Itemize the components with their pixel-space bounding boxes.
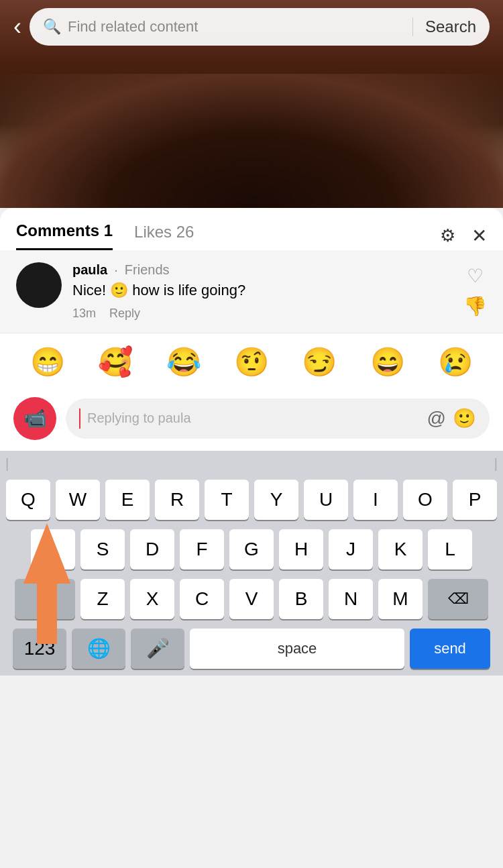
comment-item: paula · Friends Nice! 🙂 how is life goin…: [0, 250, 503, 333]
comments-panel: Comments 1 Likes 26 ⚙ ✕ paula · Friends …: [0, 208, 503, 451]
space-key[interactable]: space: [190, 629, 404, 669]
comment-actions: ♡ 👎: [463, 262, 487, 317]
key-z[interactable]: Z: [80, 579, 125, 619]
key-p[interactable]: P: [453, 480, 497, 520]
emoji-hmm[interactable]: 🤨: [234, 345, 269, 378]
camera-button[interactable]: 📹: [13, 397, 56, 440]
key-x[interactable]: X: [130, 579, 174, 619]
search-button[interactable]: Search: [425, 17, 476, 36]
key-y[interactable]: Y: [254, 480, 298, 520]
delete-icon: ⌫: [448, 590, 469, 608]
text-cursor: [79, 409, 80, 429]
keyboard-row-1: Q W E R T Y U I O P: [3, 480, 500, 520]
back-button[interactable]: ‹: [13, 15, 21, 39]
key-d[interactable]: D: [130, 529, 174, 569]
delete-key[interactable]: ⌫: [428, 579, 488, 619]
mic-key[interactable]: 🎤: [131, 629, 184, 669]
heart-icon[interactable]: ♡: [467, 265, 484, 287]
key-u[interactable]: U: [304, 480, 348, 520]
filter-icon[interactable]: ⚙: [440, 225, 455, 246]
keyboard-divider-right: |: [494, 456, 498, 472]
video-area: ‹ 🔍 Find related content Search: [0, 0, 503, 208]
tab-likes[interactable]: Likes 26: [134, 223, 194, 250]
search-bar-container: ‹ 🔍 Find related content Search: [0, 8, 503, 46]
globe-key[interactable]: 🌐: [72, 629, 125, 669]
key-j[interactable]: J: [329, 529, 373, 569]
close-icon[interactable]: ✕: [471, 225, 487, 247]
key-c[interactable]: C: [180, 579, 224, 619]
key-v[interactable]: V: [229, 579, 274, 619]
keyboard-row-3: ⬆ Z X C V B N M ⌫: [3, 579, 500, 619]
search-pill[interactable]: 🔍 Find related content Search: [30, 8, 490, 46]
key-t[interactable]: T: [205, 480, 249, 520]
at-icon[interactable]: @: [427, 408, 446, 429]
comment-time: 13m: [72, 307, 96, 321]
globe-icon: 🌐: [87, 637, 111, 659]
camera-icon: 📹: [23, 407, 47, 429]
reply-button[interactable]: Reply: [109, 307, 140, 321]
emoji-sweat-smile[interactable]: 😄: [370, 345, 405, 378]
comment-meta: 13m Reply: [72, 307, 453, 321]
comment-author: paula: [72, 262, 107, 278]
input-row: 📹 Replying to paula @ 🙂: [0, 390, 503, 451]
key-m[interactable]: M: [378, 579, 423, 619]
key-l[interactable]: L: [428, 529, 472, 569]
shift-key[interactable]: ⬆: [15, 579, 75, 619]
key-n[interactable]: N: [329, 579, 373, 619]
key-g[interactable]: G: [229, 529, 274, 569]
input-placeholder: Replying to paula: [87, 411, 421, 426]
key-b[interactable]: B: [279, 579, 323, 619]
search-icon: 🔍: [43, 18, 61, 36]
key-f[interactable]: F: [180, 529, 224, 569]
key-r[interactable]: R: [155, 480, 199, 520]
key-s[interactable]: S: [80, 529, 125, 569]
emoji-smirk[interactable]: 😏: [302, 345, 337, 378]
emoji-input-icon[interactable]: 🙂: [453, 407, 476, 429]
emoji-laugh-cry[interactable]: 😂: [166, 345, 201, 378]
key-w[interactable]: W: [56, 480, 100, 520]
keyboard-bottom-row: 123 🌐 🎤 space send: [3, 629, 500, 675]
key-a[interactable]: A: [31, 529, 75, 569]
search-placeholder-text: Find related content: [68, 18, 400, 36]
avatar: [16, 262, 62, 308]
emoji-sad[interactable]: 😢: [438, 345, 473, 378]
tab-comments[interactable]: Comments 1: [16, 221, 113, 250]
emoji-hearts[interactable]: 🥰: [98, 345, 133, 378]
keyboard-top-row: | |: [3, 456, 500, 472]
text-input-area[interactable]: Replying to paula @ 🙂: [66, 398, 490, 439]
comments-header: Comments 1 Likes 26 ⚙ ✕: [0, 208, 503, 250]
emoji-row: 😁 🥰 😂 🤨 😏 😄 😢: [0, 333, 503, 390]
key-e[interactable]: E: [105, 480, 150, 520]
send-key[interactable]: send: [410, 629, 490, 669]
search-divider: [412, 17, 413, 36]
comment-content: paula · Friends Nice! 🙂 how is life goin…: [72, 262, 453, 321]
emoji-grin[interactable]: 😁: [30, 345, 65, 378]
key-i[interactable]: I: [353, 480, 398, 520]
num-key[interactable]: 123: [13, 629, 66, 669]
key-k[interactable]: K: [378, 529, 423, 569]
key-h[interactable]: H: [279, 529, 323, 569]
keyboard-divider-left: |: [5, 456, 9, 472]
key-q[interactable]: Q: [6, 480, 50, 520]
mic-icon: 🎤: [146, 637, 170, 659]
comment-text: Nice! 🙂 how is life going?: [72, 280, 453, 301]
dislike-icon[interactable]: 👎: [463, 295, 487, 317]
comment-dot: ·: [114, 262, 118, 278]
hair-overlay: [0, 74, 503, 208]
comment-relationship: Friends: [125, 262, 170, 278]
keyboard: | | Q W E R T Y U I O P A S D F G H J K …: [0, 451, 503, 675]
key-o[interactable]: O: [403, 480, 447, 520]
comment-author-row: paula · Friends: [72, 262, 453, 278]
keyboard-row-2: A S D F G H J K L: [3, 529, 500, 569]
